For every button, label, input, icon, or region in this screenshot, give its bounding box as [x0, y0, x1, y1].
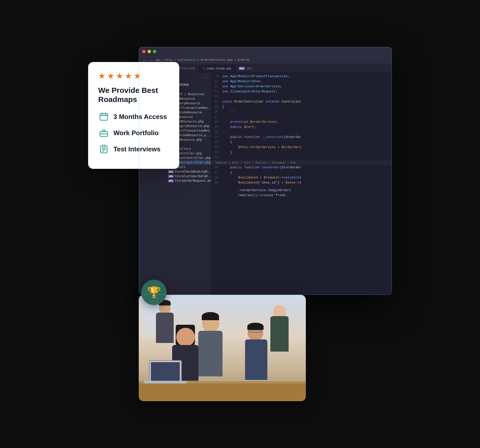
star-4: ★ [125, 71, 132, 81]
maximize-button[interactable] [153, 50, 156, 53]
code-line-13: 13 [211, 94, 392, 99]
desk-highlight [139, 380, 306, 383]
laptop-screen-outer [149, 360, 182, 383]
code-line-15: 15 { [211, 105, 392, 110]
star-1: ★ [98, 71, 106, 81]
months-access-label: 3 Months Access [113, 113, 167, 121]
card-title: We Provide Best Roadmaps [98, 86, 169, 104]
code-line-26: 26 public function saveOrder(StoreOrder [211, 165, 392, 170]
test-interviews-label: Test Interviews [113, 145, 161, 153]
php-file-icon: php [168, 170, 174, 173]
code-editor[interactable]: 9 use App\Models\ProductTransaction; 10 … [211, 73, 392, 295]
calendar-icon-wrap [98, 111, 109, 122]
star-5: ★ [134, 71, 141, 81]
code-line-21: 21 public function __construct(OrderSer [211, 135, 392, 140]
person3-body [245, 339, 267, 380]
back-arrow[interactable]: ← [142, 58, 146, 62]
tabnine-bar: Tabnine | Edit | Test | Explain | Docume… [211, 160, 392, 165]
code-line-22: 22 { [211, 140, 392, 145]
tree-label: StoreCustomerDataR... [175, 174, 211, 178]
php-badge: php [239, 67, 245, 70]
code-line-10: 10 use App\Models\Shoe; [211, 79, 392, 84]
briefcase-icon-wrap [98, 127, 109, 138]
svg-rect-21 [103, 145, 105, 147]
code-line-extra-1: ->orderService->beginOrder( [211, 188, 392, 193]
office-photo [139, 295, 306, 401]
desk [139, 381, 306, 401]
tab-web[interactable]: php web [235, 64, 255, 72]
code-line-20: 20 [211, 130, 392, 135]
php-file-icon: php [168, 175, 174, 178]
code-line-18: 18 protected $orderService; [211, 120, 392, 125]
code-line-25: 25 [211, 155, 392, 160]
code-line-19: 19 public $cart; [211, 125, 392, 130]
tree-label: OrderController.php [176, 161, 211, 164]
person4-body [270, 316, 289, 352]
calendar-icon [99, 112, 108, 121]
person2-body [198, 331, 223, 376]
code-line-14: 14 class OrderController extends Control… [211, 99, 392, 105]
more-options-icon[interactable]: ··· [204, 75, 207, 80]
code-line-16: 16 // [211, 110, 392, 115]
code-line-11: 11 use App\Services\OrderService; [211, 84, 392, 89]
person5-head [176, 328, 195, 347]
svg-rect-11 [100, 114, 108, 120]
info-card: ★ ★ ★ ★ ★ We Provide Best Roadmaps 3 Mon… [88, 62, 179, 169]
person3-hair [247, 323, 264, 330]
clipboard-icon [99, 145, 108, 154]
code-line-28: 28 $validated = $request->validated [211, 175, 392, 180]
feature-work-portfolio: Work Portfolio [98, 127, 169, 138]
tree-label: StoreOrderRequest.php [175, 179, 211, 182]
php-file-icon: php [168, 179, 174, 182]
tab-label: web [246, 67, 251, 70]
work-portfolio-label: Work Portfolio [113, 129, 159, 137]
code-line-24: 24 } [211, 150, 392, 155]
feature-months-access: 3 Months Access [98, 111, 169, 122]
clipboard-icon-wrap [98, 144, 109, 155]
close-button[interactable] [142, 50, 146, 53]
person3-glasses [249, 330, 262, 332]
tree-item-store-customer[interactable]: ▶ php StoreCustomerDataR... [150, 174, 211, 178]
code-line-extra-2: redirect()->route('front. [211, 193, 392, 198]
tab-label: index.blade.php [206, 67, 231, 70]
tree-label: Controller.php [176, 152, 202, 155]
person1-body [156, 313, 174, 343]
photo-card [139, 295, 306, 401]
code-line-12: 12 use Illuminate\Http\Request; [211, 89, 392, 94]
star-3: ★ [116, 71, 123, 81]
tree-label: FrontController.php [176, 156, 211, 160]
breadcrumb: app > Http > Controllers > OrderControll… [155, 58, 249, 62]
trophy-badge: 🏆 [141, 280, 167, 305]
star-2: ★ [107, 71, 114, 81]
trophy-icon: 🏆 [147, 286, 161, 299]
code-line-23: 23 $this->orderService = $orderServ [211, 145, 392, 150]
code-line-29: 29 $validated['shoe_id'] = $shoe->i [211, 180, 392, 186]
main-scene: ← → app > Http > Controllers > OrderCont… [88, 47, 392, 401]
blade-icon: ⚡ [203, 66, 205, 70]
code-line-17: 17 [211, 115, 392, 120]
tab-index-blade[interactable]: ⚡ index.blade.php [199, 64, 235, 72]
tree-item-store-order[interactable]: ▶ php StoreOrderRequest.php [150, 178, 211, 183]
tree-label: StoreCheckBookingR... [175, 170, 211, 173]
minimize-button[interactable] [148, 50, 151, 53]
code-line-27: 27 { [211, 170, 392, 175]
laptop-screen-inner [151, 362, 180, 381]
briefcase-icon [99, 128, 108, 137]
forward-arrow[interactable]: → [149, 58, 153, 62]
person2-hair [202, 312, 219, 320]
code-bottom-section: ->orderService->beginOrder( redirect()->… [211, 188, 392, 198]
feature-test-interviews: Test Interviews [98, 144, 169, 155]
code-line-9: 9 use App\Models\ProductTransaction; [211, 74, 392, 79]
titlebar [139, 47, 392, 56]
tree-item-store-check[interactable]: ▶ php StoreCheckBookingR... [150, 169, 211, 174]
star-rating: ★ ★ ★ ★ ★ [98, 71, 169, 81]
